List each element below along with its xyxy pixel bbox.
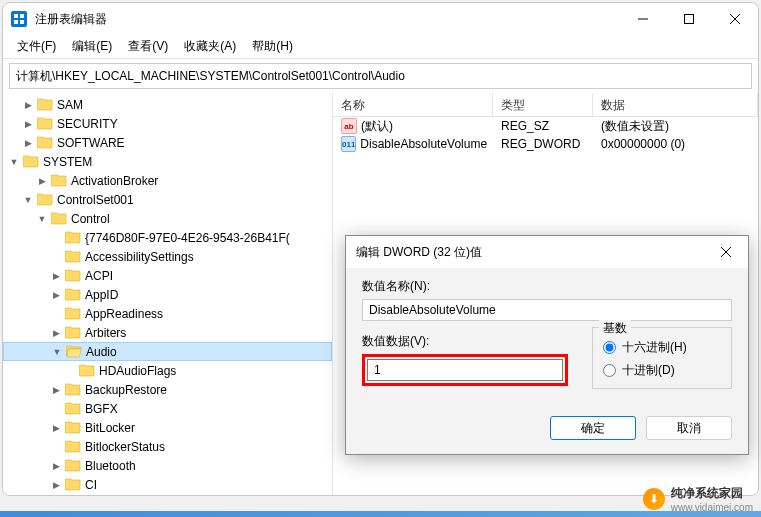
list-row[interactable]: ab(默认) REG_SZ (数值未设置) — [333, 117, 758, 135]
chevron-right-icon[interactable]: ▶ — [49, 459, 63, 473]
chevron-right-icon[interactable]: ▶ — [49, 478, 63, 492]
dialog-buttons: 确定 取消 — [346, 406, 748, 454]
tree-node-sam[interactable]: ▶SAM — [3, 95, 332, 114]
folder-icon — [65, 439, 81, 455]
tree-node-accessibility[interactable]: AccessibilitySettings — [3, 247, 332, 266]
reg-dword-icon: 011 — [341, 136, 356, 152]
column-header-data[interactable]: 数据 — [593, 93, 758, 116]
download-icon: ⬇ — [643, 488, 665, 510]
reg-sz-icon: ab — [341, 118, 357, 134]
close-button[interactable] — [712, 3, 758, 35]
titlebar: 注册表编辑器 — [3, 3, 758, 35]
taskbar-edge — [0, 511, 761, 517]
list-header: 名称 类型 数据 — [333, 93, 758, 117]
folder-open-icon — [66, 344, 82, 360]
tree-node-bgfx[interactable]: BGFX — [3, 399, 332, 418]
chevron-right-icon[interactable]: ▶ — [49, 269, 63, 283]
list-row[interactable]: 011DisableAbsoluteVolume REG_DWORD 0x000… — [333, 135, 758, 153]
folder-icon — [65, 325, 81, 341]
edit-dword-dialog: 编辑 DWORD (32 位)值 数值名称(N): DisableAbsolut… — [345, 235, 749, 455]
tree-node-activationbroker[interactable]: ▶ActivationBroker — [3, 171, 332, 190]
folder-icon — [37, 116, 53, 132]
address-bar[interactable]: 计算机\HKEY_LOCAL_MACHINE\SYSTEM\ControlSet… — [9, 63, 752, 89]
tree-pane[interactable]: ▶SAM ▶SECURITY ▶SOFTWARE ▼SYSTEM ▶Activa… — [3, 93, 333, 495]
chevron-down-icon[interactable]: ▼ — [7, 155, 21, 169]
chevron-right-icon[interactable]: ▶ — [35, 174, 49, 188]
folder-icon — [65, 420, 81, 436]
folder-icon — [65, 249, 81, 265]
svg-rect-2 — [14, 20, 18, 24]
chevron-down-icon[interactable]: ▼ — [50, 345, 64, 359]
tree-node-bluetooth[interactable]: ▶Bluetooth — [3, 456, 332, 475]
radix-legend: 基数 — [599, 320, 631, 337]
chevron-right-icon[interactable]: ▶ — [49, 383, 63, 397]
folder-icon — [37, 192, 53, 208]
tree-node-audio[interactable]: ▼Audio — [3, 342, 332, 361]
tree-node-appreadiness[interactable]: AppReadiness — [3, 304, 332, 323]
folder-icon — [65, 382, 81, 398]
tree-node-bitlockerstatus[interactable]: BitlockerStatus — [3, 437, 332, 456]
folder-icon — [79, 363, 95, 379]
chevron-right-icon[interactable]: ▶ — [21, 117, 35, 131]
minimize-button[interactable] — [620, 3, 666, 35]
folder-icon — [65, 458, 81, 474]
ok-button[interactable]: 确定 — [550, 416, 636, 440]
tree-node-arbiters[interactable]: ▶Arbiters — [3, 323, 332, 342]
watermark: ⬇ 纯净系统家园 www.yidaimei.com — [643, 485, 753, 513]
column-header-name[interactable]: 名称 — [333, 93, 493, 116]
value-data-input[interactable] — [367, 359, 563, 381]
cancel-button[interactable]: 取消 — [646, 416, 732, 440]
menubar: 文件(F) 编辑(E) 查看(V) 收藏夹(A) 帮助(H) — [3, 35, 758, 59]
svg-rect-3 — [20, 20, 24, 24]
radix-dec-option[interactable]: 十进制(D) — [603, 359, 721, 382]
address-text: 计算机\HKEY_LOCAL_MACHINE\SYSTEM\ControlSet… — [16, 68, 405, 85]
menu-file[interactable]: 文件(F) — [9, 36, 64, 57]
chevron-right-icon[interactable]: ▶ — [21, 136, 35, 150]
radix-hex-option[interactable]: 十六进制(H) — [603, 336, 721, 359]
menu-view[interactable]: 查看(V) — [120, 36, 176, 57]
dialog-titlebar: 编辑 DWORD (32 位)值 — [346, 236, 748, 268]
chevron-down-icon[interactable]: ▼ — [35, 212, 49, 226]
tree-node-system[interactable]: ▼SYSTEM — [3, 152, 332, 171]
radix-group: 基数 十六进制(H) 十进制(D) — [592, 327, 732, 389]
dialog-body: 数值名称(N): DisableAbsoluteVolume 数值数据(V): … — [346, 268, 748, 406]
dialog-close-button[interactable] — [714, 240, 738, 264]
tree-node-bitlocker[interactable]: ▶BitLocker — [3, 418, 332, 437]
value-name-label: 数值名称(N): — [362, 278, 732, 295]
menu-help[interactable]: 帮助(H) — [244, 36, 301, 57]
chevron-right-icon[interactable]: ▶ — [49, 326, 63, 340]
chevron-down-icon[interactable]: ▼ — [21, 193, 35, 207]
value-name-field: DisableAbsoluteVolume — [362, 299, 732, 321]
folder-icon — [23, 154, 39, 170]
folder-icon — [65, 287, 81, 303]
menu-edit[interactable]: 编辑(E) — [64, 36, 120, 57]
folder-icon — [37, 97, 53, 113]
tree-node-appid[interactable]: ▶AppID — [3, 285, 332, 304]
tree-node-ci[interactable]: ▶CI — [3, 475, 332, 494]
window-controls — [620, 3, 758, 35]
dialog-title: 编辑 DWORD (32 位)值 — [356, 244, 714, 261]
watermark-text: 纯净系统家园 — [671, 485, 753, 502]
chevron-right-icon[interactable]: ▶ — [49, 421, 63, 435]
folder-icon — [51, 173, 67, 189]
tree-node-guid[interactable]: {7746D80F-97E0-4E26-9543-26B41F( — [3, 228, 332, 247]
column-header-type[interactable]: 类型 — [493, 93, 593, 116]
tree-node-backuprestore[interactable]: ▶BackupRestore — [3, 380, 332, 399]
maximize-button[interactable] — [666, 3, 712, 35]
svg-rect-1 — [20, 14, 24, 18]
tree-node-control[interactable]: ▼Control — [3, 209, 332, 228]
tree-node-hdaudioflags[interactable]: HDAudioFlags — [3, 361, 332, 380]
menu-favorites[interactable]: 收藏夹(A) — [176, 36, 244, 57]
tree-node-controlset001[interactable]: ▼ControlSet001 — [3, 190, 332, 209]
tree-node-acpi[interactable]: ▶ACPI — [3, 266, 332, 285]
radix-hex-radio[interactable] — [603, 341, 616, 354]
value-data-label: 数值数据(V): — [362, 333, 568, 350]
folder-icon — [65, 230, 81, 246]
chevron-right-icon[interactable]: ▶ — [21, 98, 35, 112]
svg-rect-0 — [14, 14, 18, 18]
chevron-right-icon[interactable]: ▶ — [49, 288, 63, 302]
radix-dec-radio[interactable] — [603, 364, 616, 377]
svg-rect-5 — [685, 15, 694, 24]
tree-node-security[interactable]: ▶SECURITY — [3, 114, 332, 133]
tree-node-software[interactable]: ▶SOFTWARE — [3, 133, 332, 152]
